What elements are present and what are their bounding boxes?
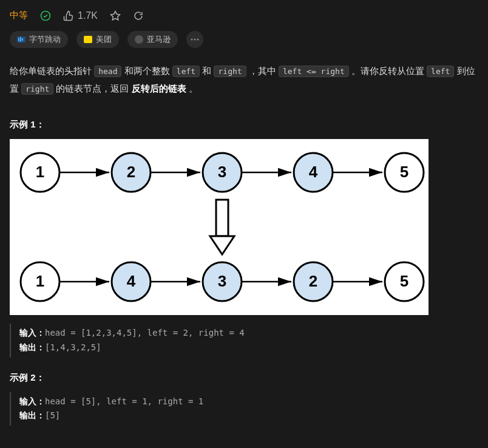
output-value: [5] (45, 410, 60, 420)
input-label: 输入： (19, 328, 45, 338)
svg-text:4: 4 (127, 272, 136, 290)
more-tags-button[interactable] (186, 31, 203, 48)
tag-label: 字节跳动 (29, 34, 61, 45)
svg-rect-22 (216, 200, 228, 236)
bold-result: 反转后的链表 (132, 83, 186, 93)
like-button[interactable]: 1.7K (63, 10, 98, 21)
output-label: 输出： (19, 342, 45, 352)
tag-label: 亚马逊 (147, 34, 171, 45)
svg-text:3: 3 (218, 163, 226, 181)
example2-title: 示例 2： (10, 372, 478, 384)
svg-point-6 (194, 39, 196, 41)
svg-rect-2 (18, 38, 19, 41)
difficulty-label: 中等 (10, 10, 28, 21)
meituan-icon (84, 36, 92, 43)
bytedance-icon (17, 36, 25, 42)
svg-text:5: 5 (400, 163, 408, 181)
svg-rect-3 (20, 37, 21, 42)
code-right2: right (21, 83, 53, 95)
output-value: [1,4,3,2,5] (45, 342, 101, 352)
input-value: head = [5], left = 1, right = 1 (45, 396, 203, 406)
svg-text:1: 1 (36, 163, 44, 181)
svg-point-7 (197, 39, 199, 41)
code-left: left (172, 66, 200, 77)
svg-text:4: 4 (309, 163, 318, 181)
svg-text:3: 3 (218, 272, 226, 290)
code-left2: left (427, 66, 454, 77)
code-constraint: left <= right (279, 66, 349, 77)
company-tags: 字节跳动 美团 亚马逊 (10, 31, 478, 48)
code-right: right (214, 66, 246, 77)
problem-description: 给你单链表的头指针 head 和两个整数 left 和 right ，其中 le… (10, 63, 478, 97)
svg-marker-23 (210, 236, 234, 254)
svg-text:1: 1 (36, 272, 44, 290)
input-value: head = [1,2,3,4,5], left = 2, right = 4 (45, 328, 245, 338)
svg-text:5: 5 (400, 272, 408, 290)
solved-check-icon (40, 10, 51, 21)
tag-bytedance[interactable]: 字节跳动 (10, 31, 68, 48)
output-label: 输出： (19, 410, 45, 420)
star-button[interactable] (110, 10, 121, 21)
example2-block: 输入：head = [5], left = 1, right = 1 输出：[5… (10, 392, 478, 426)
svg-text:2: 2 (127, 163, 135, 181)
header-row: 中等 1.7K (10, 10, 478, 21)
input-label: 输入： (19, 396, 45, 406)
svg-marker-1 (110, 11, 120, 19)
svg-rect-4 (22, 38, 23, 41)
svg-text:2: 2 (309, 272, 317, 290)
svg-point-5 (191, 39, 193, 41)
like-count: 1.7K (78, 10, 98, 21)
tag-label: 美团 (96, 34, 112, 45)
code-head: head (94, 66, 121, 77)
share-button[interactable] (133, 10, 144, 21)
example1-block: 输入：head = [1,2,3,4,5], left = 2, right =… (10, 324, 478, 358)
example1-diagram: 12345 14325 (10, 139, 429, 315)
tag-amazon[interactable]: 亚马逊 (127, 31, 178, 48)
example1-title: 示例 1： (10, 119, 478, 131)
amazon-icon (135, 35, 143, 44)
tag-meituan[interactable]: 美团 (76, 31, 119, 48)
